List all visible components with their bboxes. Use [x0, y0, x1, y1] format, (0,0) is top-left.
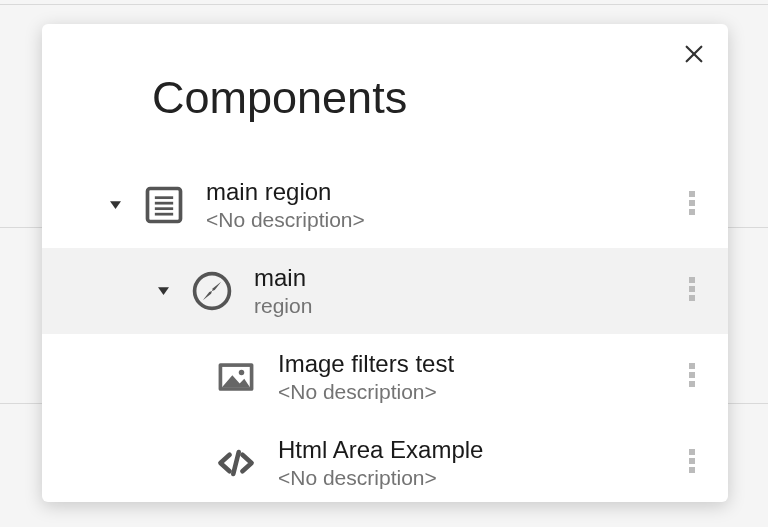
compass-icon [190, 269, 234, 313]
svg-marker-16 [203, 291, 212, 300]
kebab-icon [689, 277, 695, 305]
svg-rect-30 [689, 467, 695, 473]
node-menu-button[interactable] [678, 248, 706, 334]
node-title: main region [206, 178, 365, 206]
node-menu-button[interactable] [678, 420, 706, 506]
component-tree: main region <No description> main reg [42, 162, 728, 506]
tree-node-html-area-example[interactable]: Html Area Example <No description> [42, 420, 728, 506]
code-icon [214, 441, 258, 485]
node-menu-button[interactable] [678, 334, 706, 420]
svg-rect-24 [689, 363, 695, 369]
tree-node-main[interactable]: main region [42, 248, 728, 334]
close-button[interactable] [678, 40, 710, 72]
svg-marker-15 [212, 282, 221, 291]
document-icon [142, 183, 186, 227]
svg-line-27 [233, 452, 239, 474]
svg-rect-18 [689, 286, 695, 292]
panel-title: Components [152, 72, 407, 124]
kebab-icon [689, 191, 695, 219]
background-divider [0, 4, 768, 5]
tree-node-image-filters-test[interactable]: Image filters test <No description> [42, 334, 728, 420]
node-subtitle: <No description> [278, 466, 483, 490]
components-panel: Components main region <No description> [42, 24, 728, 502]
svg-rect-8 [689, 191, 695, 197]
node-subtitle: <No description> [206, 208, 365, 232]
svg-rect-3 [148, 189, 181, 222]
image-icon [214, 355, 258, 399]
svg-rect-19 [689, 295, 695, 301]
close-icon [683, 43, 705, 69]
svg-rect-17 [689, 277, 695, 283]
chevron-down-icon [158, 282, 169, 300]
kebab-icon [689, 363, 695, 391]
node-subtitle: <No description> [278, 380, 454, 404]
svg-rect-25 [689, 372, 695, 378]
node-labels: main region <No description> [206, 178, 365, 232]
node-menu-button[interactable] [678, 162, 706, 248]
svg-rect-9 [689, 200, 695, 206]
svg-rect-28 [689, 449, 695, 455]
tree-node-main-region[interactable]: main region <No description> [42, 162, 728, 248]
svg-marker-11 [158, 287, 169, 295]
svg-marker-2 [110, 201, 121, 209]
node-labels: main region [254, 264, 312, 318]
svg-rect-29 [689, 458, 695, 464]
chevron-down-icon [110, 196, 121, 214]
node-labels: Image filters test <No description> [278, 350, 454, 404]
node-title: Html Area Example [278, 436, 483, 464]
expand-toggle[interactable] [106, 196, 124, 214]
expand-toggle[interactable] [154, 282, 172, 300]
kebab-icon [689, 449, 695, 477]
svg-rect-10 [689, 209, 695, 215]
node-subtitle: region [254, 294, 312, 318]
node-title: main [254, 264, 312, 292]
svg-point-22 [239, 370, 245, 376]
node-title: Image filters test [278, 350, 454, 378]
node-labels: Html Area Example <No description> [278, 436, 483, 490]
svg-rect-26 [689, 381, 695, 387]
